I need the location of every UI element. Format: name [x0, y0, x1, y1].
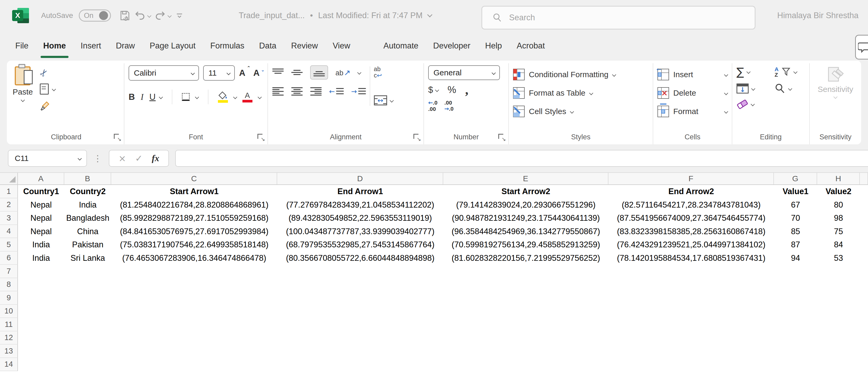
- row-header-11[interactable]: 11: [0, 318, 18, 331]
- cell-H12[interactable]: [817, 331, 860, 345]
- cell-G8[interactable]: [774, 278, 817, 291]
- cell-F11[interactable]: [609, 318, 774, 331]
- tab-developer[interactable]: Developer: [426, 31, 478, 61]
- cell-D1[interactable]: End Arrow1: [277, 185, 443, 198]
- cell-partial-14[interactable]: [860, 358, 868, 371]
- cell-B11[interactable]: [64, 318, 111, 331]
- cell-H11[interactable]: [817, 318, 860, 331]
- tab-insert[interactable]: Insert: [73, 31, 108, 61]
- tab-acrobat[interactable]: Acrobat: [509, 31, 552, 61]
- cell-G14[interactable]: [774, 358, 817, 371]
- cell-G13[interactable]: [774, 345, 817, 358]
- cell-D4[interactable]: (100.043487737787,33.9399039402777): [277, 225, 443, 239]
- search-input[interactable]: Search: [482, 6, 755, 30]
- cell-D9[interactable]: [277, 291, 443, 305]
- cell-H14[interactable]: [817, 358, 860, 371]
- row-header-12[interactable]: 12: [0, 331, 18, 345]
- cell-A9[interactable]: [18, 291, 64, 305]
- copy-button[interactable]: [40, 82, 55, 96]
- cell-D11[interactable]: [277, 318, 443, 331]
- cell-G3[interactable]: 70: [774, 212, 817, 225]
- cell-A11[interactable]: [18, 318, 64, 331]
- cell-F9[interactable]: [609, 291, 774, 305]
- cell-A1[interactable]: Country1: [18, 185, 64, 198]
- cell-A7[interactable]: [18, 265, 64, 278]
- cell-B5[interactable]: Pakistan: [64, 238, 111, 252]
- cell-partial-3[interactable]: [860, 212, 868, 225]
- wrap-text-button[interactable]: ab c↩: [374, 66, 393, 79]
- cell-H13[interactable]: [817, 345, 860, 358]
- select-all-corner[interactable]: [0, 173, 18, 184]
- cell-F4[interactable]: (83.8323398158385,28.2563160867418): [609, 225, 774, 239]
- fill-color-button[interactable]: [218, 91, 228, 103]
- cell-B7[interactable]: [64, 265, 111, 278]
- comma-style-button[interactable]: ,: [465, 87, 468, 92]
- cell-C9[interactable]: [111, 291, 277, 305]
- cell-A12[interactable]: [18, 331, 64, 345]
- column-header-B[interactable]: B: [64, 173, 111, 184]
- cell-partial-8[interactable]: [860, 278, 868, 291]
- cell-C1[interactable]: Start Arrow1: [111, 185, 277, 198]
- column-header-E[interactable]: E: [443, 173, 609, 184]
- cell-E11[interactable]: [443, 318, 609, 331]
- cell-partial-6[interactable]: [860, 252, 868, 265]
- name-box[interactable]: C11: [8, 150, 87, 167]
- cell-D3[interactable]: (89.432830549852,22.5963553119019): [277, 212, 443, 225]
- cell-G10[interactable]: [774, 305, 817, 318]
- cell-C11[interactable]: [111, 318, 277, 331]
- cell-G5[interactable]: 87: [774, 238, 817, 252]
- row-header-1[interactable]: 1: [0, 185, 18, 198]
- font-dialog-launcher[interactable]: ↘: [257, 134, 264, 141]
- cell-B9[interactable]: [64, 291, 111, 305]
- tab-formulas[interactable]: Formulas: [203, 31, 252, 61]
- redo-button[interactable]: [154, 10, 171, 21]
- undo-button[interactable]: [134, 10, 151, 21]
- row-header-6[interactable]: 6: [0, 252, 18, 265]
- cell-G7[interactable]: [774, 265, 817, 278]
- accounting-format-button[interactable]: $: [428, 85, 438, 95]
- cell-H7[interactable]: [817, 265, 860, 278]
- column-header-C[interactable]: C: [111, 173, 277, 184]
- cell-C8[interactable]: [111, 278, 277, 291]
- cell-partial-5[interactable]: [860, 238, 868, 252]
- row-header-14[interactable]: 14: [0, 358, 18, 371]
- italic-button[interactable]: I: [141, 92, 144, 102]
- cell-E9[interactable]: [443, 291, 609, 305]
- cell-E12[interactable]: [443, 331, 609, 345]
- cell-partial-9[interactable]: [860, 291, 868, 305]
- cell-B6[interactable]: Sri Lanka: [64, 252, 111, 265]
- cell-F5[interactable]: (76.4243291239521,25.0449971384102): [609, 238, 774, 252]
- cell-H1[interactable]: Value2: [817, 185, 860, 198]
- cell-G9[interactable]: [774, 291, 817, 305]
- cell-A5[interactable]: India: [18, 238, 64, 252]
- format-as-table-button[interactable]: Format as Table: [513, 84, 649, 102]
- cell-C14[interactable]: [111, 358, 277, 371]
- sensitivity-button[interactable]: Sensitivity: [814, 65, 857, 98]
- align-bottom-button-selected[interactable]: [310, 65, 328, 80]
- cell-partial-10[interactable]: [860, 305, 868, 318]
- decrease-decimal-button[interactable]: .00→.0: [444, 100, 454, 112]
- cell-styles-button[interactable]: Cell Styles: [513, 102, 649, 121]
- cell-F8[interactable]: [609, 278, 774, 291]
- column-header-G[interactable]: G: [774, 173, 817, 184]
- row-header-8[interactable]: 8: [0, 278, 18, 291]
- cut-button[interactable]: ✂: [40, 66, 55, 80]
- column-header-F[interactable]: F: [609, 173, 774, 184]
- row-header-3[interactable]: 3: [0, 212, 18, 225]
- cell-F14[interactable]: [609, 358, 774, 371]
- cell-A13[interactable]: [18, 345, 64, 358]
- cell-G2[interactable]: 67: [774, 198, 817, 212]
- cell-B14[interactable]: [64, 358, 111, 371]
- cell-B12[interactable]: [64, 331, 111, 345]
- cell-C6[interactable]: (76.4653067283906,16.346474866478): [111, 252, 277, 265]
- cell-H2[interactable]: 80: [817, 198, 860, 212]
- cell-E10[interactable]: [443, 305, 609, 318]
- borders-button[interactable]: [182, 93, 190, 101]
- align-right-button[interactable]: [310, 87, 322, 96]
- cell-C4[interactable]: (84.8416530576975,27.6917052993984): [111, 225, 277, 239]
- align-center-button[interactable]: [291, 87, 303, 96]
- cell-F12[interactable]: [609, 331, 774, 345]
- increase-indent-button[interactable]: →: [351, 87, 366, 96]
- cell-E5[interactable]: (70.5998192756134,29.4585852913259): [443, 238, 609, 252]
- increase-font-size-button[interactable]: Aˆ: [239, 68, 249, 78]
